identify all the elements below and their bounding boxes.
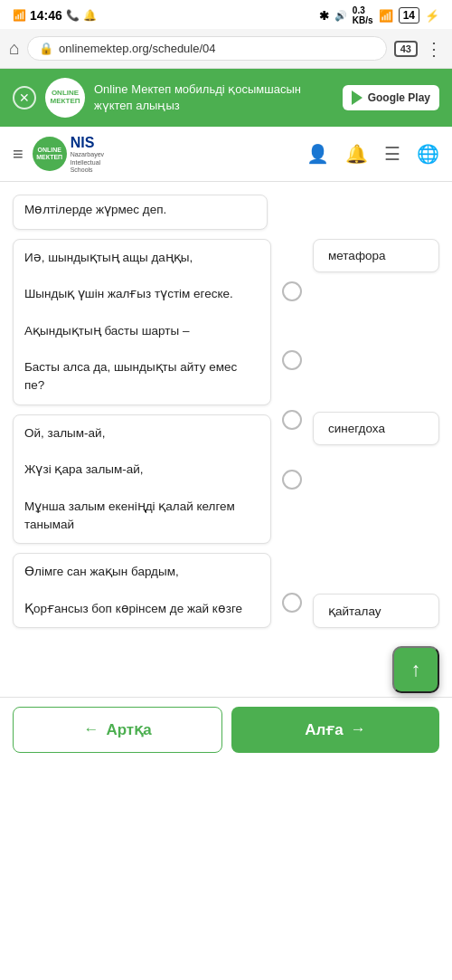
nav-icons: 👤 🔔 ☰ 🌐 [306, 143, 439, 165]
app-banner: ✕ ONLINEМЕКТЕП Online Мектеп мобильді қо… [0, 69, 452, 127]
nav-logos: ONLINE МЕКТЕП NIS NazarbayevIntellectual… [33, 134, 297, 174]
nis-subtitle: NazarbayevIntellectualSchools [71, 151, 104, 174]
browser-bar: ⌂ 🔒 onlinemektep.org/schedule/04 43 ⋮ [0, 29, 452, 69]
battery-level: 14 [399, 7, 419, 24]
status-left: 📶 14:46 📞 🔔 [13, 8, 97, 23]
status-bar: 📶 14:46 📞 🔔 ✱ 🔊 0.3KB/s 📶 14 ⚡ [0, 0, 452, 29]
nis-title: NIS [71, 134, 104, 151]
radio-5[interactable] [282, 593, 302, 613]
radio-3[interactable] [282, 410, 302, 430]
scroll-up-button[interactable]: ↑ [392, 646, 439, 693]
tab-count-badge[interactable]: 43 [394, 41, 418, 57]
radio-4[interactable] [282, 470, 302, 490]
partial-left-card: Мөлтілерде жүрмес деп. [13, 195, 268, 229]
forward-label: Алға [305, 720, 344, 739]
radio-1[interactable] [282, 281, 302, 301]
signal-icon: 📶 [13, 9, 26, 22]
right-item-1: метафора [313, 239, 439, 272]
battery-icon: 🔊 [334, 10, 347, 22]
url-text: onlinemektep.org/schedule/04 [59, 42, 375, 55]
bottom-navigation: ← Артқа Алға → [0, 697, 452, 766]
back-arrow-icon: ← [83, 720, 99, 738]
banner-logo: ONLINEМЕКТЕП [45, 78, 85, 118]
list-icon[interactable]: ☰ [384, 143, 400, 165]
browser-menu-icon[interactable]: ⋮ [425, 38, 443, 60]
back-label: Артқа [106, 720, 151, 739]
left-item-3: Өлімге сан жақын бардым, Қорғансыз боп к… [13, 553, 271, 628]
nav-bar: ≡ ONLINE МЕКТЕП NIS NazarbayevIntellectu… [0, 127, 452, 182]
nis-logo: NIS NazarbayevIntellectualSchools [71, 134, 104, 174]
right-item-2: синегдоха [313, 412, 439, 445]
google-play-button[interactable]: Google Play [343, 85, 439, 110]
charging-icon: ⚡ [425, 9, 439, 23]
left-item-2: Ой, залым-ай, Жүзі қара залым-ай, Мұнша … [13, 414, 271, 545]
matching-container: Иə, шындықтың ащы даңқы, Шындық үшін жал… [13, 230, 439, 637]
right-item-3: қайталау [313, 594, 439, 628]
radio-column [280, 239, 304, 628]
banner-close-button[interactable]: ✕ [13, 86, 36, 109]
globe-icon[interactable]: 🌐 [417, 143, 439, 165]
url-bar[interactable]: 🔒 onlinemektep.org/schedule/04 [27, 36, 387, 61]
lock-icon: 🔒 [39, 42, 53, 55]
play-icon [352, 90, 363, 105]
right-column: метафора синегдоха қайталау [313, 239, 439, 628]
user-icon[interactable]: 👤 [306, 143, 329, 165]
banner-text: Online Мектеп мобильді қосымшасын жүктеп… [94, 81, 334, 114]
call-icon: 📞 [66, 9, 80, 22]
wifi-icon: 📶 [379, 9, 393, 23]
left-column: Иə, шындықтың ащы даңқы, Шындық үшін жал… [13, 239, 271, 628]
forward-arrow-icon: → [351, 720, 366, 738]
online-mektep-logo: ONLINE МЕКТЕП [33, 137, 67, 171]
main-content: Мөлтілерде жүрмес деп. Иə, шындықтың ащы… [0, 182, 452, 637]
home-button[interactable]: ⌂ [9, 38, 20, 59]
notification-icon: 🔔 [83, 9, 97, 22]
left-item-1: Иə, шындықтың ащы даңқы, Шындық үшін жал… [13, 239, 271, 405]
back-button[interactable]: ← Артқа [13, 707, 222, 753]
bell-icon[interactable]: 🔔 [345, 143, 368, 165]
time-display: 14:46 [30, 8, 62, 23]
data-speed: 0.3KB/s [353, 5, 373, 25]
google-play-label: Google Play [368, 91, 430, 104]
bluetooth-icon: ✱ [319, 9, 329, 23]
status-right: ✱ 🔊 0.3KB/s 📶 14 ⚡ [319, 5, 439, 25]
forward-button[interactable]: Алға → [231, 707, 439, 753]
fab-area: ↑ [0, 637, 452, 697]
radio-2[interactable] [282, 350, 302, 370]
nav-hamburger-icon[interactable]: ≡ [13, 144, 24, 165]
